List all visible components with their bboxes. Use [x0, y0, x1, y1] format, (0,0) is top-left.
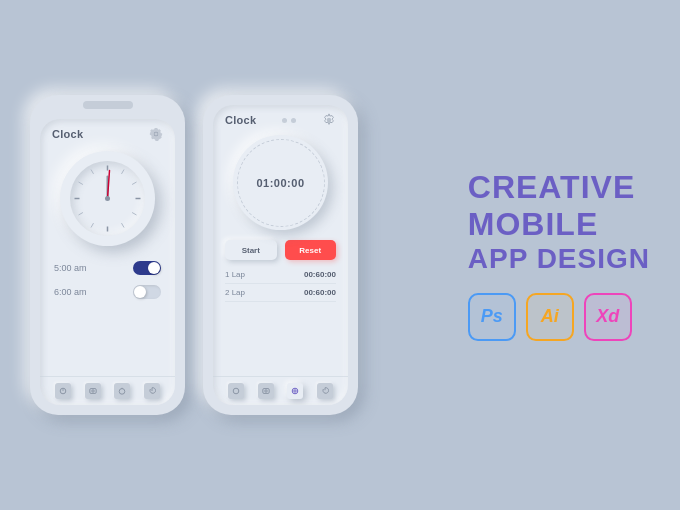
- lap-2-time: 00:60:00: [304, 288, 336, 297]
- lap-row-1: 1 Lap 00:60:00: [225, 266, 336, 284]
- phone2-bottom-bar: [213, 376, 348, 405]
- scene: Clock: [0, 0, 680, 510]
- toggle-2[interactable]: [133, 285, 161, 299]
- svg-line-11: [91, 170, 94, 174]
- camera-dot-2: [291, 118, 296, 123]
- toggle-row-1: 5:00 am: [54, 256, 161, 280]
- lap-1-number: 1 Lap: [225, 270, 245, 279]
- svg-point-21: [327, 118, 331, 122]
- toggle-1-knob: [148, 262, 160, 274]
- lap-row-2: 2 Lap 00:60:00: [225, 284, 336, 302]
- svg-point-19: [120, 389, 126, 395]
- svg-point-18: [91, 390, 93, 392]
- camera-icon-1[interactable]: [85, 383, 101, 399]
- camera-icon-2[interactable]: [258, 383, 274, 399]
- svg-point-22: [233, 388, 239, 394]
- btn-row: Start Reset: [213, 234, 348, 264]
- toggle-2-label: 6:00 am: [54, 287, 87, 297]
- phone2-inner: Clock 01:00:00: [213, 105, 348, 405]
- clock-inner-ring: [70, 161, 145, 236]
- toggle-row-2: 6:00 am: [54, 280, 161, 304]
- lap-2-number: 2 Lap: [225, 288, 245, 297]
- xd-icon[interactable]: Xd: [584, 293, 632, 341]
- timer-wrap: 01:00:00: [213, 129, 348, 234]
- svg-line-5: [132, 182, 136, 185]
- phone1-header: Clock: [40, 119, 175, 143]
- illustrator-icon[interactable]: Ai: [526, 293, 574, 341]
- headline-line1: Creative: [468, 169, 650, 206]
- camera-dot-1: [282, 118, 287, 123]
- phone1-title: Clock: [52, 128, 83, 140]
- lap-section: 1 Lap 00:60:00 2 Lap 00:60:00: [213, 264, 348, 304]
- timer-ring: 01:00:00: [233, 135, 328, 230]
- software-icons: Ps Ai Xd: [468, 293, 650, 341]
- svg-point-14: [105, 196, 110, 201]
- svg-point-25: [293, 388, 299, 394]
- toggle-1-label: 5:00 am: [54, 263, 87, 273]
- toggle-section: 5:00 am 6:00 am: [40, 250, 175, 308]
- phone2-gear-icon[interactable]: [322, 113, 336, 127]
- phone2-header: Clock: [213, 105, 348, 129]
- power-icon-2[interactable]: [317, 383, 333, 399]
- gear-icon[interactable]: [149, 127, 163, 141]
- timer-digits: 01:00:00: [256, 177, 304, 189]
- clock-ticks-svg: [70, 161, 145, 236]
- svg-point-26: [294, 390, 296, 392]
- phone1-bottom-bar: [40, 376, 175, 405]
- svg-line-9: [79, 213, 83, 216]
- phone1-notch: [83, 101, 133, 109]
- svg-line-8: [91, 223, 94, 227]
- svg-line-10: [79, 182, 83, 185]
- svg-line-6: [132, 213, 136, 216]
- power-icon-1[interactable]: [144, 383, 160, 399]
- headline-line2: Mobile: [468, 206, 650, 243]
- camera-area: [282, 118, 296, 123]
- phone-2: Clock 01:00:00: [203, 95, 358, 415]
- toggle-1[interactable]: [133, 261, 161, 275]
- alarm-icon-1[interactable]: [55, 383, 71, 399]
- clock-outer: [60, 151, 155, 246]
- phone2-title: Clock: [225, 114, 256, 126]
- reset-button[interactable]: Reset: [285, 240, 337, 260]
- timer-icon-1[interactable]: [114, 383, 130, 399]
- right-content: Creative Mobile App Design Ps Ai Xd: [468, 169, 650, 341]
- phones-container: Clock: [30, 95, 358, 415]
- selected-icon-2[interactable]: [287, 383, 303, 399]
- headline-line3: App Design: [468, 243, 650, 275]
- analog-clock-area: [40, 143, 175, 250]
- lap-1-time: 00:60:00: [304, 270, 336, 279]
- alarm-icon-2[interactable]: [228, 383, 244, 399]
- phone-1: Clock: [30, 95, 185, 415]
- svg-line-13: [108, 171, 110, 199]
- photoshop-icon[interactable]: Ps: [468, 293, 516, 341]
- svg-line-7: [122, 223, 125, 227]
- start-button[interactable]: Start: [225, 240, 277, 260]
- phone1-inner: Clock: [40, 119, 175, 405]
- svg-line-4: [122, 170, 125, 174]
- toggle-2-knob: [134, 286, 146, 298]
- svg-point-24: [264, 390, 266, 392]
